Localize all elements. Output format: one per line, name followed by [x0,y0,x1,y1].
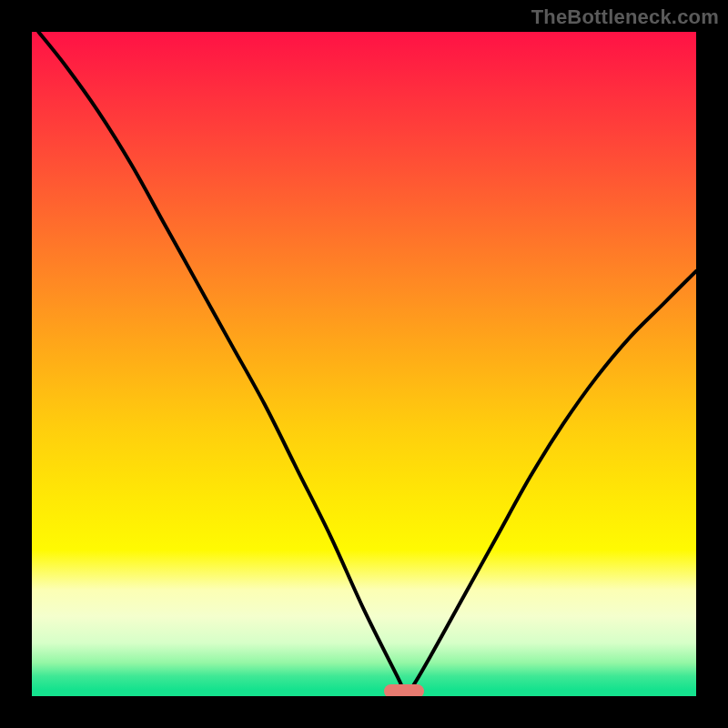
chart-frame: TheBottleneck.com [0,0,728,728]
bottleneck-curve [32,32,696,696]
watermark-text: TheBottleneck.com [531,5,719,29]
optimal-marker [384,684,424,696]
plot-area [32,32,696,696]
